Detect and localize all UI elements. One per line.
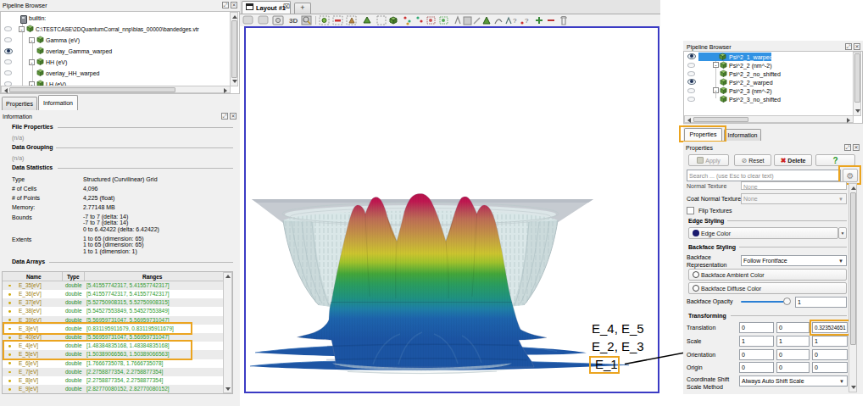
svg-text:3D: 3D <box>289 17 298 25</box>
svg-text:?: ? <box>513 17 517 25</box>
svg-text:?: ? <box>525 17 529 25</box>
